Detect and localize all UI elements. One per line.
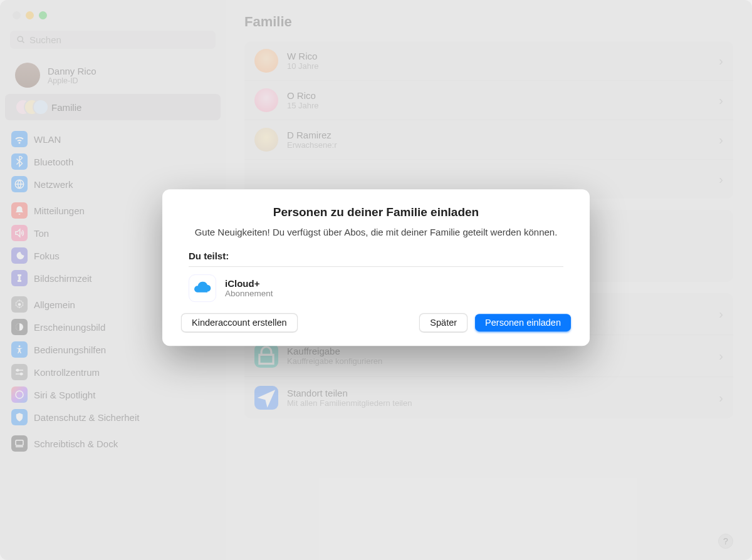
share-name: iCloud+ — [225, 278, 273, 289]
share-sub: Abonnement — [225, 289, 273, 298]
divider — [189, 266, 563, 267]
dialog-buttons: Kinderaccount erstellen Später Personen … — [181, 313, 571, 332]
dialog-section-label: Du teilst: — [181, 251, 571, 266]
invite-dialog: Personen zu deiner Familie einladen Gute… — [162, 189, 590, 346]
dialog-message: Gute Neuigkeiten! Du verfügst über Abos,… — [181, 226, 571, 239]
icloud-icon — [189, 274, 216, 302]
create-child-account-button[interactable]: Kinderaccount erstellen — [181, 313, 298, 332]
later-button[interactable]: Später — [419, 313, 467, 332]
settings-window: Suchen Danny Rico Apple-ID Familie WLAN — [0, 0, 752, 560]
shared-subscription-row: iCloud+ Abonnement — [181, 273, 571, 313]
invite-people-button[interactable]: Personen einladen — [475, 314, 571, 331]
dialog-title: Personen zu deiner Familie einladen — [181, 205, 571, 219]
